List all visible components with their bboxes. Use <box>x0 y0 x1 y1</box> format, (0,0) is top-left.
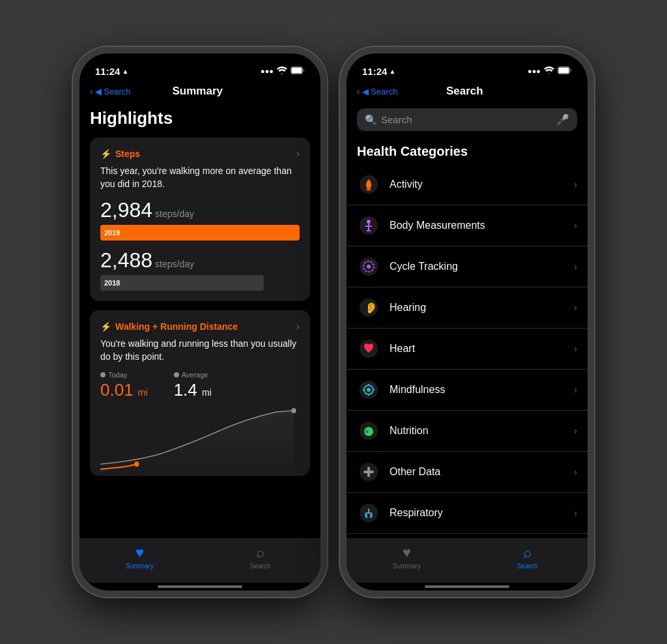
tab-search-left[interactable]: ⌕ Search <box>200 544 320 570</box>
highlights-title: Highlights <box>90 103 310 128</box>
category-icon-nutrition <box>357 419 380 443</box>
walking-card[interactable]: ⚡ Walking + Running Distance › You're wa… <box>90 310 310 476</box>
categories-list: Activity›Body Measurements›Cycle Trackin… <box>347 164 588 538</box>
category-icon-respiratory <box>357 501 380 525</box>
steps-card-header: ⚡ Steps › <box>100 148 300 160</box>
search-bar-container: 🔍 Search 🎤 <box>347 103 588 136</box>
home-indicator-right <box>425 585 509 588</box>
tab-summary-right[interactable]: ♥ Summary <box>347 544 467 570</box>
avg-value-container: 1.4 mi <box>174 380 212 400</box>
summary-scroll: Highlights ⚡ Steps › This year, you're w… <box>79 103 320 538</box>
steps-stat2: 2,488 steps/day <box>100 248 300 272</box>
svg-rect-1 <box>292 67 302 73</box>
category-item-body-measurements[interactable]: Body Measurements› <box>347 205 588 246</box>
search-tab-icon-right: ⌕ <box>523 544 532 561</box>
summary-screen: Highlights ⚡ Steps › This year, you're w… <box>79 103 320 591</box>
avg-label: Average <box>174 371 212 379</box>
category-item-cycle-tracking[interactable]: Cycle Tracking› <box>347 246 588 287</box>
phones-container: 11:24 ▲ ●●● ‹ ◀ Search <box>60 34 607 610</box>
category-name-nutrition: Nutrition <box>390 425 574 437</box>
walking-card-title: ⚡ Walking + Running Distance <box>100 321 238 332</box>
home-indicator-left <box>158 585 242 588</box>
bar-2019-label: 2019 <box>104 229 120 237</box>
category-name-body-measurements: Body Measurements <box>390 220 574 231</box>
right-phone: 11:24 ▲ ●●● ‹ ◀ Search <box>340 47 594 597</box>
nav-bar-right: ‹ ◀ Search Search <box>347 82 588 103</box>
category-icon-other-data <box>357 460 380 484</box>
avg-stat: Average 1.4 mi <box>174 371 212 400</box>
steps-flash-icon: ⚡ <box>100 149 111 159</box>
status-icons-right: ●●● <box>528 66 572 76</box>
steps-unit-2: steps/day <box>155 259 194 269</box>
category-icon-activity <box>357 173 380 196</box>
location-arrow-left: ▲ <box>122 68 128 75</box>
steps-chevron: › <box>296 148 300 160</box>
battery-icon-right <box>558 66 572 76</box>
category-name-hearing: Hearing <box>390 302 574 314</box>
today-unit: mi <box>138 387 148 398</box>
back-button-right[interactable]: ‹ ◀ Search <box>357 86 397 96</box>
search-tab-label-right: Search <box>517 563 538 570</box>
search-input[interactable]: Search <box>381 114 552 125</box>
distance-stats: Today 0.01 mi <box>100 371 300 400</box>
nav-bar-left: ‹ ◀ Search Summary <box>79 82 320 103</box>
category-icon-cycle-tracking <box>357 255 380 278</box>
category-name-mindfulness: Mindfulness <box>390 384 574 396</box>
summary-tab-label: Summary <box>126 563 154 570</box>
back-label-right: ◀ Search <box>362 87 398 96</box>
back-button-left[interactable]: ‹ ◀ Search <box>90 86 130 96</box>
left-phone: 11:24 ▲ ●●● ‹ ◀ Search <box>73 47 327 597</box>
status-icons-left: ●●● <box>261 66 305 76</box>
category-icon-body-measurements <box>357 214 380 237</box>
search-tab-icon-left: ⌕ <box>256 544 264 561</box>
search-bar[interactable]: 🔍 Search 🎤 <box>357 108 577 131</box>
location-arrow-right: ▲ <box>389 68 395 75</box>
steps-unit-1: steps/day <box>155 209 194 219</box>
category-icon-heart <box>357 337 380 360</box>
category-chevron-respiratory: › <box>574 508 577 518</box>
tab-bar-right: ♥ Summary ⌕ Search <box>347 538 588 583</box>
category-chevron-heart: › <box>574 344 577 354</box>
category-item-nutrition[interactable]: Nutrition› <box>347 411 588 452</box>
search-screen: 🔍 Search 🎤 Health Categories Activity›Bo… <box>347 103 588 591</box>
tab-search-right[interactable]: ⌕ Search <box>467 544 588 570</box>
category-item-activity[interactable]: Activity› <box>347 164 588 205</box>
category-item-other-data[interactable]: Other Data› <box>347 452 588 493</box>
category-chevron-other-data: › <box>574 467 577 477</box>
svg-text:👂: 👂 <box>365 302 378 314</box>
search-bar-icon: 🔍 <box>365 114 377 126</box>
today-dot <box>100 372 106 377</box>
svg-point-9 <box>367 220 371 224</box>
category-chevron-body-measurements: › <box>574 220 577 231</box>
mic-icon[interactable]: 🎤 <box>556 113 569 126</box>
nav-title-right: Search <box>397 85 532 98</box>
category-name-other-data: Other Data <box>390 466 574 478</box>
category-item-mindfulness[interactable]: Mindfulness› <box>347 370 588 411</box>
category-chevron-cycle-tracking: › <box>574 261 577 272</box>
walking-card-header: ⚡ Walking + Running Distance › <box>100 321 300 332</box>
tab-summary-left[interactable]: ♥ Summary <box>79 544 200 570</box>
category-chevron-hearing: › <box>574 302 577 313</box>
nav-title-left: Summary <box>130 85 264 98</box>
steps-card[interactable]: ⚡ Steps › This year, you're walking more… <box>90 138 310 301</box>
avg-dot <box>174 372 179 377</box>
svg-point-3 <box>291 408 296 413</box>
svg-point-7 <box>366 188 371 191</box>
battery-icon-left <box>291 66 305 76</box>
back-label-left: ◀ Search <box>95 87 131 96</box>
wifi-icon-left <box>277 66 287 76</box>
category-chevron-nutrition: › <box>574 426 577 436</box>
search-tab-label-left: Search <box>250 563 271 570</box>
time-right: 11:24 ▲ <box>362 66 395 77</box>
category-item-respiratory[interactable]: Respiratory› <box>347 493 588 534</box>
category-name-respiratory: Respiratory <box>390 507 574 519</box>
category-name-activity: Activity <box>390 179 574 190</box>
summary-tab-label-right: Summary <box>393 563 421 570</box>
notch-right <box>415 53 519 73</box>
category-item-hearing[interactable]: 👂Hearing› <box>347 287 588 329</box>
category-icon-mindfulness <box>357 378 380 402</box>
bar-2018: 2018 <box>100 275 264 291</box>
category-item-heart[interactable]: Heart› <box>347 329 588 370</box>
signal-icon-right: ●●● <box>528 67 541 75</box>
today-value-container: 0.01 mi <box>100 380 148 400</box>
